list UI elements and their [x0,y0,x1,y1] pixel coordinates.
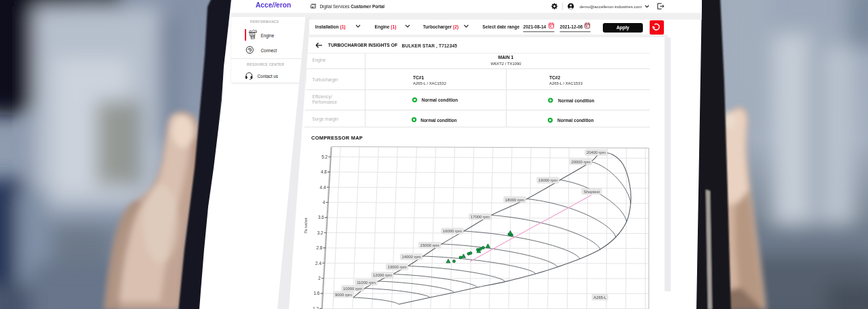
svg-text:13000 rpm: 13000 rpm [387,265,406,269]
svg-text:3.2: 3.2 [317,230,323,235]
svg-text:Shoptest: Shoptest [584,190,600,194]
svg-text:Πv tot/tot: Πv tot/tot [304,218,308,234]
svg-text:12000 rpm: 12000 rpm [373,273,392,277]
svg-text:20000 rpm: 20000 rpm [571,160,590,164]
svg-text:14000 rpm: 14000 rpm [401,255,420,259]
svg-text:4.8: 4.8 [321,169,327,174]
svg-text:1.2: 1.2 [313,306,319,309]
svg-text:4.4: 4.4 [320,185,326,190]
svg-text:A265-L: A265-L [593,295,607,300]
svg-text:19000 rpm: 19000 rpm [538,178,557,182]
svg-text:2.4: 2.4 [315,261,321,266]
svg-text:15000 rpm: 15000 rpm [420,243,439,247]
svg-text:10000 rpm: 10000 rpm [343,287,362,291]
svg-text:3.6: 3.6 [318,215,324,220]
svg-text:2.8: 2.8 [316,245,322,250]
svg-text:4: 4 [323,200,326,205]
svg-text:5.2: 5.2 [321,154,328,159]
svg-text:2: 2 [318,276,321,281]
svg-text:16000 rpm: 16000 rpm [443,229,462,233]
svg-text:18000 rpm: 18000 rpm [505,198,524,202]
svg-text:9000 rpm: 9000 rpm [335,293,352,297]
svg-text:11000 rpm: 11000 rpm [357,281,376,285]
svg-text:1.6: 1.6 [314,291,320,295]
svg-text:20400 rpm: 20400 rpm [587,150,606,154]
svg-text:17000 rpm: 17000 rpm [471,215,490,219]
